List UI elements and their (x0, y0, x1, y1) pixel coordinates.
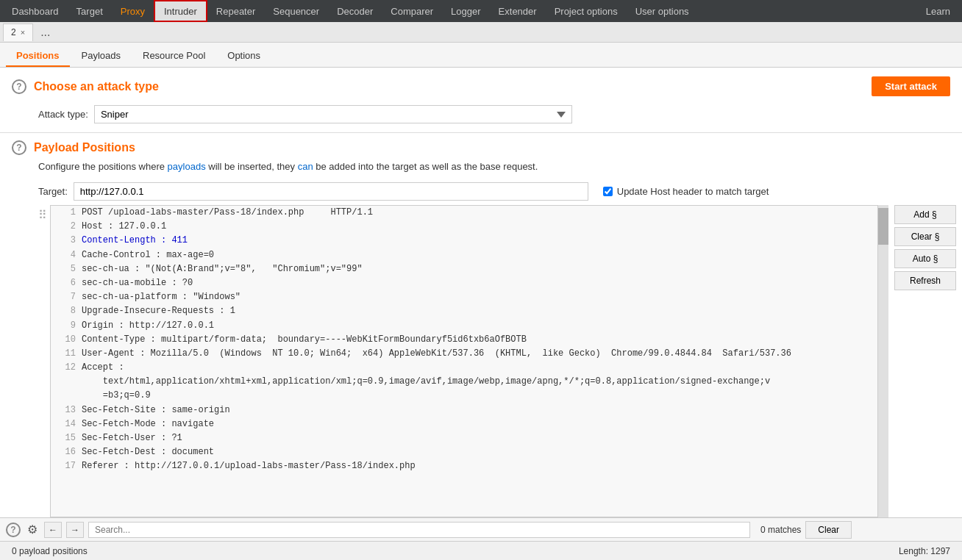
top-nav: Dashboard Target Proxy Intruder Repeater… (0, 0, 962, 22)
tab-resource-pool[interactable]: Resource Pool (132, 46, 215, 67)
update-host-checkbox[interactable] (603, 187, 613, 196)
nav-proxy[interactable]: Proxy (112, 0, 154, 22)
payload-positions-header: ? Payload Positions (0, 133, 962, 158)
code-line-9: 9 Origin : http://127.0.0.1 (51, 319, 877, 333)
update-host-checkbox-row: Update Host header to match target (603, 186, 769, 197)
attack-type-title: Choose an attack type (34, 80, 159, 93)
bottom-bar: ? ⚙ ← → 0 matches Clear (0, 517, 962, 541)
bottom-gear-icon[interactable]: ⚙ (25, 523, 40, 537)
code-line-12: 12 Accept : text/html,application/xhtml+… (51, 361, 877, 403)
desc-can-link: can (298, 161, 313, 172)
nav-dashboard[interactable]: Dashboard (3, 0, 68, 22)
length-info: Length: 1297 (899, 546, 950, 556)
clear-bottom-button[interactable]: Clear (805, 521, 852, 539)
code-line-6: 6 sec-ch-ua-mobile : ?0 (51, 276, 877, 290)
back-button[interactable]: ← (44, 522, 62, 538)
nav-user-options[interactable]: User options (627, 0, 698, 22)
nav-intruder[interactable]: Intruder (154, 0, 207, 22)
tab-positions[interactable]: Positions (6, 46, 70, 67)
attack-type-help-icon[interactable]: ? (12, 79, 26, 94)
code-line-2: 2 Host : 127.0.0.1 (51, 220, 877, 234)
payload-description: Configure the positions where payloads w… (0, 158, 962, 178)
code-line-4: 4 Cache-Control : max-age=0 (51, 248, 877, 262)
start-attack-button[interactable]: Start attack (872, 76, 950, 96)
attack-type-row: Attack type: Sniper Battering ram Pitchf… (0, 102, 962, 132)
matches-count: 0 matches (760, 525, 801, 535)
code-editor[interactable]: 1 POST /upload-labs-master/Pass-18/index… (50, 205, 878, 517)
code-line-7: 7 sec-ch-ua-platform : "Windows" (51, 290, 877, 304)
tab-options[interactable]: Options (217, 46, 271, 67)
code-line-15: 15 Sec-Fetch-User : ?1 (51, 431, 877, 445)
editor-area: ⠿ 1 POST /upload-labs-master/Pass-18/ind… (0, 205, 962, 517)
tab-2[interactable]: 2 × (3, 24, 33, 41)
nav-repeater[interactable]: Repeater (207, 0, 264, 22)
status-bar: 0 payload positions Length: 1297 (0, 541, 962, 560)
tab-close[interactable]: × (21, 28, 25, 37)
scrollbar[interactable] (878, 205, 888, 517)
side-buttons: Add § Clear § Auto § Refresh (888, 205, 962, 517)
tab-bar: 2 × ... (0, 22, 962, 43)
main-content: ? Choose an attack type Start attack Att… (0, 68, 962, 560)
tab-payloads[interactable]: Payloads (71, 46, 131, 67)
drag-dots-icon: ⠿ (38, 208, 47, 222)
forward-button[interactable]: → (66, 522, 84, 538)
code-line-8: 8 Upgrade-Insecure-Requests : 1 (51, 304, 877, 318)
attack-type-header: ? Choose an attack type Start attack (0, 68, 962, 102)
code-line-16: 16 Sec-Fetch-Dest : document (51, 445, 877, 459)
add-button[interactable]: Add § (894, 205, 956, 224)
attack-type-select[interactable]: Sniper Battering ram Pitchfork Cluster b… (94, 105, 572, 123)
nav-project-options[interactable]: Project options (546, 0, 627, 22)
payload-positions: ? Payload Positions Configure the positi… (0, 133, 962, 560)
payload-positions-help-icon[interactable]: ? (12, 140, 26, 155)
scrollbar-thumb[interactable] (878, 208, 888, 245)
section-tabs: Positions Payloads Resource Pool Options (0, 43, 962, 68)
bottom-help-icon[interactable]: ? (6, 523, 21, 537)
payload-positions-count: 0 payload positions (12, 546, 88, 556)
payload-positions-title: Payload Positions (34, 141, 135, 154)
code-line-5: 5 sec-ch-ua : "(Not(A:Brand";v="8", "Chr… (51, 262, 877, 276)
tab-more[interactable]: ... (35, 26, 56, 39)
auto-button[interactable]: Auto § (894, 249, 956, 268)
target-label: Target: (38, 186, 68, 197)
code-line-3: 3 Content-Length : 411 (51, 234, 877, 248)
update-host-label: Update Host header to match target (617, 186, 769, 197)
code-line-17: 17 Referer : http://127.0.0.1/upload-lab… (51, 459, 877, 473)
nav-comparer[interactable]: Comparer (382, 0, 442, 22)
nav-decoder[interactable]: Decoder (328, 0, 382, 22)
code-line-13: 13 Sec-Fetch-Site : same-origin (51, 403, 877, 417)
tab-label: 2 (11, 27, 16, 37)
desc-payloads-link: payloads (168, 161, 206, 172)
target-input[interactable] (74, 182, 588, 201)
nav-logger[interactable]: Logger (442, 0, 489, 22)
clear-section-button[interactable]: Clear § (894, 227, 956, 246)
target-row: Target: Update Host header to match targ… (0, 178, 962, 205)
nav-target[interactable]: Target (68, 0, 112, 22)
attack-type-label: Attack type: (38, 109, 88, 120)
refresh-button[interactable]: Refresh (894, 271, 956, 290)
nav-learn[interactable]: Learn (917, 0, 959, 22)
code-line-1: 1 POST /upload-labs-master/Pass-18/index… (51, 206, 877, 220)
code-line-10: 10 Content-Type : multipart/form-data; b… (51, 333, 877, 347)
nav-extender[interactable]: Extender (490, 0, 546, 22)
drag-handle: ⠿ (38, 205, 50, 517)
search-input[interactable] (88, 522, 750, 538)
code-line-11: 11 User-Agent : Mozilla/5.0 (Windows NT … (51, 347, 877, 361)
nav-sequencer[interactable]: Sequencer (264, 0, 328, 22)
code-line-14: 14 Sec-Fetch-Mode : navigate (51, 417, 877, 431)
